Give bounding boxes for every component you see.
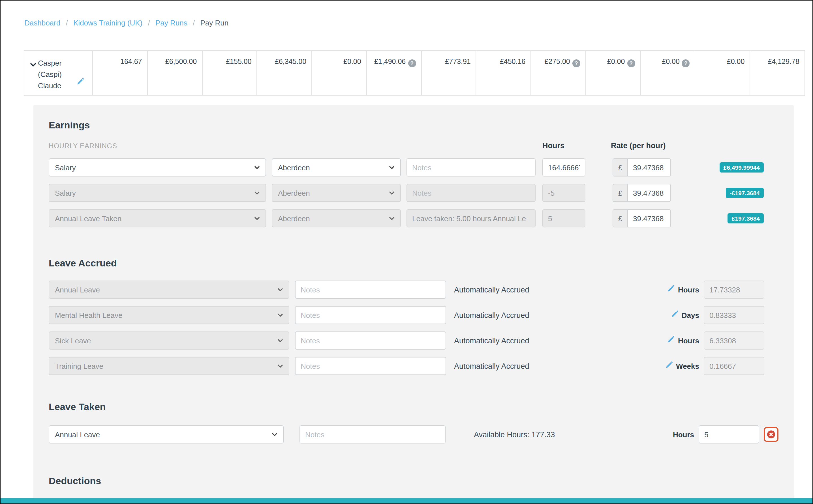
chevron-down-icon [389,217,395,220]
hours-input [542,184,585,202]
rate-column-header: Rate (per hour) [611,141,666,150]
leave-taken-row: Annual Leave Available Hours: 177.33 Hou… [49,425,778,443]
delete-leave-button[interactable] [764,427,778,442]
rate-input[interactable] [627,184,671,202]
line-total-badge: -£197.3684 [726,188,764,198]
edit-accrual-icon[interactable] [667,335,675,346]
unit-label: Weeks [676,362,699,370]
notes-input[interactable] [295,331,446,350]
earnings-header-row: HOURLY EARNINGS Hours Rate (per hour) [49,141,778,150]
edit-accrual-icon[interactable] [665,361,673,371]
help-icon[interactable]: ? [627,59,635,67]
currency-prefix: £ [613,209,627,227]
employee-summary-row: Casper (Caspi) Claude 164.67 £6,500.00 £… [24,50,805,96]
chevron-down-icon [272,433,278,436]
leave-taken-category-select[interactable]: Annual Leave [49,425,284,443]
hours-input[interactable] [542,158,585,176]
leave-accrued-row: Annual Leave Automatically Accrued Hours [49,281,778,299]
summary-cell: £773.91 [421,51,476,95]
accrual-status: Automatically Accrued [454,362,529,370]
help-icon[interactable]: ? [408,59,416,67]
notes-input [406,209,535,227]
chevron-down-icon[interactable] [30,60,36,68]
accrual-status: Automatically Accrued [454,285,529,294]
earnings-row: Annual Leave Taken Aberdeen £ £197.3684 [49,209,778,227]
summary-cell-net: £4,129.78 [750,51,805,95]
breadcrumb-separator: / [148,19,150,27]
accrual-value-input [704,306,764,324]
summary-cell: £0.00 [312,51,367,95]
summary-cell-hours: 164.67 [93,51,148,95]
rate-input[interactable] [627,158,671,176]
accrual-value-group: Weeks [665,357,764,375]
employee-name: Casper (Caspi) Claude [38,58,73,92]
breadcrumb-current: Pay Run [200,19,229,27]
line-total-badge: £197.3684 [728,213,764,223]
unit-label: Hours [678,336,699,345]
breadcrumb-separator: / [66,19,68,27]
earnings-row: Salary Aberdeen £ -£197.3684 [49,184,778,202]
earnings-heading: Earnings [49,120,778,131]
leave-category-select: Mental Health Leave [49,306,289,324]
rate-group: £ [613,158,671,176]
bottom-accent-bar [1,498,812,503]
hours-input [542,209,585,227]
chevron-down-icon [278,339,283,342]
summary-cell: £275.00? [531,51,586,95]
chevron-down-icon [389,191,395,195]
edit-accrual-icon[interactable] [671,310,679,320]
notes-input[interactable] [300,425,446,443]
location-select: Aberdeen [272,184,401,202]
breadcrumb-link-dashboard[interactable]: Dashboard [24,19,60,27]
page: Dashboard / Kidows Training (UK) / Pay R… [0,0,813,504]
available-hours-label: Available Hours: 177.33 [474,430,555,439]
unit-label: Hours [673,430,694,439]
line-total-badge: £6,499.99944 [720,162,764,173]
accrual-status: Automatically Accrued [454,311,529,319]
help-icon[interactable]: ? [572,59,580,67]
edit-accrual-icon[interactable] [667,285,675,295]
pay-category-select: Salary [49,184,266,202]
help-icon[interactable]: ? [682,59,690,67]
leave-accrued-row: Mental Health Leave Automatically Accrue… [49,306,778,324]
summary-cell: £0.00? [586,51,641,95]
leave-category-select: Training Leave [49,357,289,375]
employee-cell[interactable]: Casper (Caspi) Claude [24,51,93,95]
notes-input[interactable] [295,306,446,324]
summary-cell: £155.00 [202,51,257,95]
notes-input[interactable] [295,281,446,299]
pay-category-select: Annual Leave Taken [49,209,266,227]
leave-hours-input[interactable] [699,425,759,443]
earnings-row: Salary Aberdeen £ £6,499.99944 [49,158,778,176]
notes-input[interactable] [295,357,446,375]
notes-input[interactable] [406,158,535,176]
chevron-down-icon [254,166,260,169]
summary-cell: £0.00 [696,51,750,95]
accrual-value-input [704,357,764,375]
edit-employee-icon[interactable] [76,77,84,87]
chevron-down-icon [254,217,260,220]
leave-category-select: Sick Leave [49,331,289,350]
leave-category-select: Annual Leave [49,281,289,299]
location-select: Aberdeen [272,209,401,227]
pay-category-select[interactable]: Salary [49,158,266,176]
leave-taken-value-group: Hours [670,425,778,443]
chevron-down-icon [278,313,283,317]
chevron-down-icon [278,364,283,368]
currency-prefix: £ [613,158,627,176]
summary-cell: £1,490.06? [367,51,422,95]
leave-accrued-row: Sick Leave Automatically Accrued Hours [49,331,778,350]
rate-group: £ [613,184,671,202]
chevron-down-icon [254,191,260,195]
accrual-value-group: Days [671,306,764,324]
hours-column-header: Hours [542,141,564,150]
rate-input[interactable] [627,209,671,227]
deductions-heading: Deductions [49,476,778,487]
accrual-value-group: Hours [667,331,764,350]
breadcrumb-link-pay-runs[interactable]: Pay Runs [155,19,187,27]
unit-label: Hours [678,285,699,294]
breadcrumb-link-business[interactable]: Kidows Training (UK) [73,19,142,27]
summary-cell: £6,345.00 [257,51,312,95]
location-select[interactable]: Aberdeen [272,158,401,176]
accrual-value-input [704,281,764,299]
